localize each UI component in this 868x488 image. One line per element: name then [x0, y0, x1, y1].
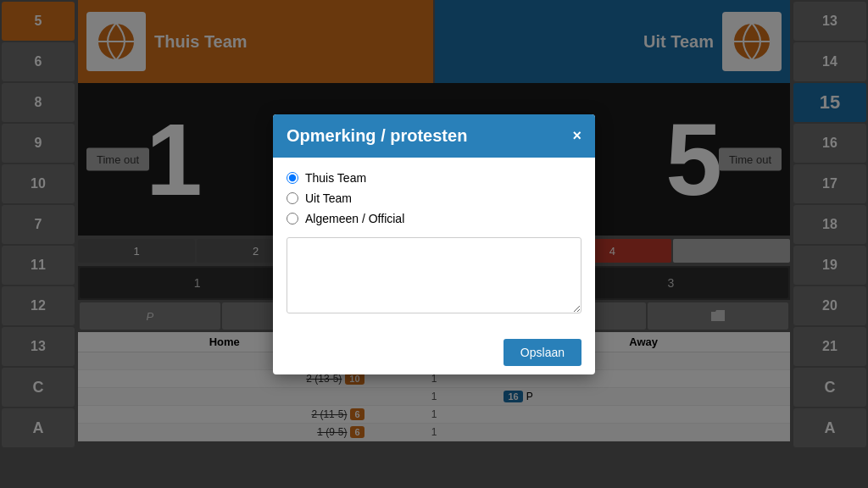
modal-overlay: Opmerking / protesten × Thuis Team Uit T…	[0, 0, 868, 488]
modal-textarea[interactable]	[287, 237, 581, 313]
radio-uit-team-input[interactable]	[287, 192, 298, 204]
modal-title: Opmerking / protesten	[287, 126, 467, 146]
modal-body: Thuis Team Uit Team Algemeen / Official	[273, 158, 595, 330]
radio-algemeen[interactable]: Algemeen / Official	[287, 212, 581, 225]
radio-algemeen-input[interactable]	[287, 213, 298, 225]
radio-uit-team[interactable]: Uit Team	[287, 191, 581, 205]
modal-header: Opmerking / protesten ×	[273, 114, 595, 158]
radio-thuis-team-label: Thuis Team	[305, 171, 366, 185]
modal-dialog: Opmerking / protesten × Thuis Team Uit T…	[273, 114, 595, 374]
radio-thuis-team-input[interactable]	[287, 172, 298, 184]
modal-close-button[interactable]: ×	[572, 127, 581, 145]
radio-thuis-team[interactable]: Thuis Team	[287, 171, 581, 185]
modal-footer: Opslaan	[273, 330, 595, 374]
main-area: Thuis Team Uit Team Time out 1 5 Time ou…	[78, 0, 790, 488]
save-button[interactable]: Opslaan	[504, 339, 581, 366]
radio-uit-team-label: Uit Team	[305, 191, 352, 205]
radio-algemeen-label: Algemeen / Official	[305, 212, 404, 225]
radio-group: Thuis Team Uit Team Algemeen / Official	[287, 171, 581, 225]
